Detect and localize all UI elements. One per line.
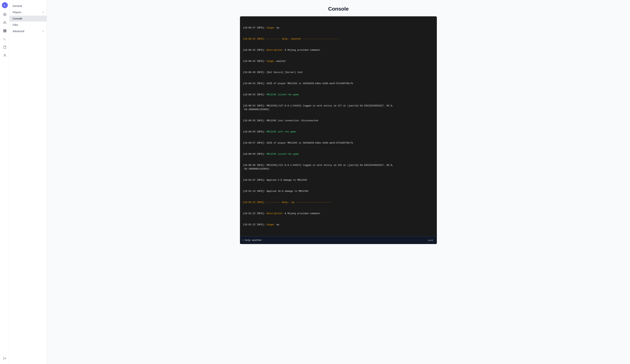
console-input-bar: > send bbox=[240, 236, 437, 244]
icon-sidebar: L bbox=[0, 0, 10, 364]
sidebar-item-players[interactable]: Players ▾ bbox=[10, 9, 46, 15]
console-line: [18:00:55 INFO]: MR12345 lost connection… bbox=[243, 119, 434, 122]
console-line: [18:01:14 INFO]: Applied 10.0 damage to … bbox=[243, 190, 434, 193]
console-output: [18:00:37 INFO]: Usage: op [18:00:42 INF… bbox=[240, 16, 437, 236]
chevron-down-icon: ▾ bbox=[42, 11, 44, 14]
main-content: Console [18:00:37 INFO]: Usage: op [18:0… bbox=[47, 0, 630, 364]
settings-icon[interactable] bbox=[2, 11, 8, 18]
page-title: Console bbox=[54, 6, 622, 12]
svg-point-1 bbox=[4, 21, 5, 22]
console-line: [18:00:37 INFO]: Usage: op bbox=[243, 26, 434, 30]
console-line: [18:00:42 INFO]: Description: A Mojang p… bbox=[243, 48, 434, 52]
console-line: [18:00:42 INFO]: Usage: weather bbox=[243, 60, 434, 63]
svg-point-7 bbox=[4, 54, 6, 55]
chevron-down-icon: ▾ bbox=[42, 30, 44, 32]
svg-rect-4 bbox=[5, 31, 6, 32]
console-line: [18:01:22 INFO]: ---------- Help: /op --… bbox=[243, 200, 434, 204]
console-line: [18:00:53 INFO]: MR12345[/127.0.0.1:6443… bbox=[243, 104, 434, 112]
console-line: [18:00:49 INFO]: [Not Secure] [Server] t… bbox=[243, 70, 434, 74]
sidebar-item-files[interactable]: Files bbox=[10, 22, 46, 28]
console-line: [18:01:22 INFO]: Description: A Mojang p… bbox=[243, 212, 434, 216]
sidebar-item-general[interactable]: General bbox=[10, 3, 46, 9]
console-container: [18:00:37 INFO]: Usage: op [18:00:42 INF… bbox=[240, 16, 437, 244]
svg-rect-3 bbox=[5, 30, 6, 30]
person-icon[interactable] bbox=[2, 52, 8, 59]
console-line: [18:00:58 INFO]: MR12345 joined the game bbox=[243, 152, 434, 156]
nav-sidebar: General Players ▾ Console Files Advanced… bbox=[10, 0, 47, 364]
console-line: [18:00:57 INFO]: UUID of player MR12345 … bbox=[243, 141, 434, 145]
console-line: [18:01:22 INFO]: Usage: op bbox=[243, 223, 434, 226]
console-input[interactable] bbox=[245, 239, 426, 242]
send-button[interactable]: send bbox=[426, 238, 434, 242]
console-line: [18:01:07 INFO]: Applied 5.0 damage to M… bbox=[243, 178, 434, 182]
avatar: L bbox=[2, 2, 8, 8]
logout-icon[interactable] bbox=[2, 355, 8, 362]
grid-icon[interactable] bbox=[2, 28, 8, 34]
console-line: [18:00:55 INFO]: MR12345 left the game bbox=[243, 130, 434, 134]
console-line: [18:00:42 INFO]: ---------- Help: /weath… bbox=[243, 37, 434, 41]
sidebar-item-console[interactable]: Console bbox=[10, 16, 46, 22]
console-line: [18:00:53 INFO]: UUID of player MR12345 … bbox=[243, 82, 434, 86]
svg-rect-5 bbox=[4, 31, 4, 32]
svg-point-0 bbox=[4, 14, 5, 15]
terminal-icon[interactable] bbox=[2, 36, 8, 42]
console-line: [18:00:53 INFO]: MR12345 joined the game bbox=[243, 93, 434, 96]
sidebar-item-advanced[interactable]: Advanced ▾ bbox=[10, 28, 46, 34]
console-prompt: > bbox=[242, 239, 244, 242]
console-line: [18:00:58 INFO]: MR12345[/127.0.0.1:6443… bbox=[243, 164, 434, 171]
users-icon[interactable] bbox=[2, 19, 8, 26]
svg-rect-2 bbox=[4, 30, 4, 30]
document-icon[interactable] bbox=[2, 44, 8, 50]
